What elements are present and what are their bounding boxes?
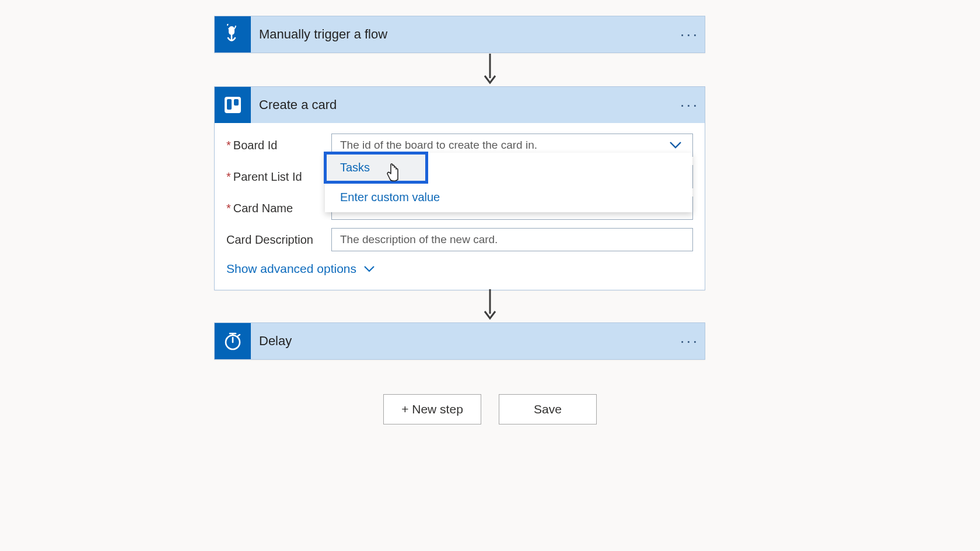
stopwatch-icon bbox=[215, 323, 251, 359]
arrow-connector-icon bbox=[481, 51, 499, 85]
delay-title: Delay bbox=[251, 334, 674, 349]
chevron-down-icon bbox=[363, 265, 375, 272]
card-desc-input[interactable]: The description of the new card. bbox=[331, 228, 693, 251]
delay-card-header[interactable]: Delay ··· bbox=[215, 323, 705, 359]
show-advanced-label: Show advanced options bbox=[226, 262, 356, 276]
dropdown-option-tasks[interactable]: Tasks bbox=[325, 153, 427, 183]
trigger-menu-button[interactable]: ··· bbox=[674, 25, 705, 44]
field-row-card-description: Card Description The description of the … bbox=[226, 228, 693, 251]
save-button[interactable]: Save bbox=[499, 394, 597, 424]
create-card-header[interactable]: Create a card ··· bbox=[215, 87, 705, 123]
chevron-down-icon bbox=[669, 141, 682, 149]
dropdown-option-custom[interactable]: Enter custom value bbox=[325, 183, 692, 212]
trello-icon bbox=[215, 87, 251, 123]
svg-rect-5 bbox=[234, 99, 239, 106]
delay-card[interactable]: Delay ··· bbox=[214, 322, 705, 360]
svg-line-11 bbox=[238, 335, 240, 336]
svg-rect-0 bbox=[229, 26, 235, 35]
trigger-title: Manually trigger a flow bbox=[251, 27, 674, 42]
trigger-card[interactable]: Manually trigger a flow ··· bbox=[214, 16, 705, 53]
new-step-button[interactable]: + New step bbox=[383, 394, 481, 424]
card-desc-label: Card Description bbox=[226, 233, 331, 247]
manual-trigger-icon bbox=[215, 16, 251, 52]
trigger-card-header[interactable]: Manually trigger a flow ··· bbox=[215, 16, 705, 52]
card-name-label: *Card Name bbox=[226, 202, 331, 215]
create-card-title: Create a card bbox=[251, 97, 674, 113]
footer-buttons: + New step Save bbox=[0, 394, 980, 424]
board-id-placeholder: The id of the board to create the card i… bbox=[340, 139, 537, 152]
delay-menu-button[interactable]: ··· bbox=[674, 332, 705, 350]
card-desc-placeholder: The description of the new card. bbox=[340, 233, 498, 246]
svg-rect-4 bbox=[227, 99, 232, 110]
parent-list-label: *Parent List Id bbox=[226, 170, 331, 184]
board-id-dropdown-options: Tasks Enter custom value bbox=[325, 153, 692, 212]
show-advanced-toggle[interactable]: Show advanced options bbox=[226, 262, 375, 276]
create-card-menu-button[interactable]: ··· bbox=[674, 96, 705, 114]
arrow-connector-icon bbox=[481, 287, 499, 321]
board-id-label: *Board Id bbox=[226, 139, 331, 152]
